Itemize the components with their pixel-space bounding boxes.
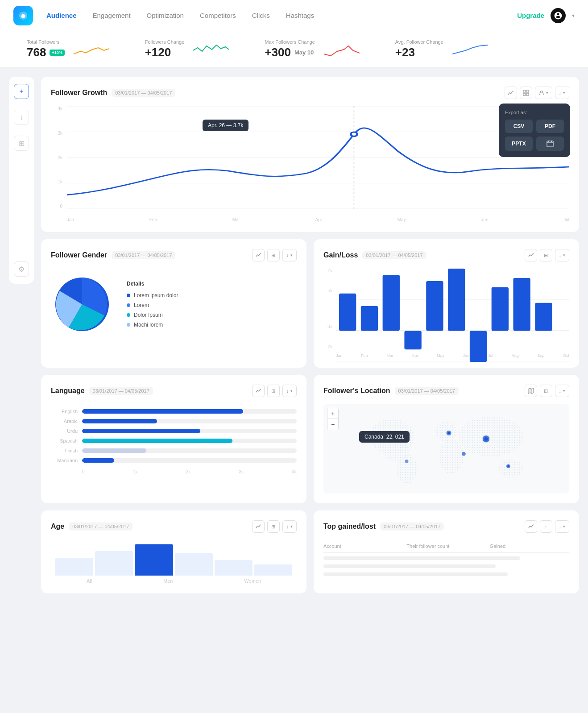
nav-engagement[interactable]: Engagement bbox=[93, 12, 131, 19]
location-table-btn[interactable]: ⊞ bbox=[540, 385, 552, 397]
language-date: 03/01/2017 — 04/05/2017 bbox=[89, 387, 153, 395]
age-header: Age 03/01/2017 — 04/05/2017 ⊞ ↓ ▾ bbox=[51, 520, 297, 533]
lang-label-mandarin: Mandarin bbox=[51, 458, 78, 463]
location-actions: ⊞ ↓ ▾ bbox=[525, 385, 570, 397]
export-pptx-btn[interactable]: PPTX bbox=[505, 137, 533, 151]
row-3: Language 03/01/2017 — 04/05/2017 ⊞ ↓ ▾ E… bbox=[41, 375, 579, 503]
lang-bar-wrap-urdu bbox=[82, 429, 297, 433]
age-label-all: All bbox=[87, 578, 92, 584]
lang-label-finish: Finish bbox=[51, 448, 78, 453]
gainloss-title: Gain/Loss bbox=[323, 251, 358, 259]
stat-value-1: 768 +10% bbox=[27, 46, 65, 59]
lang-bar-wrap-finish bbox=[82, 448, 297, 453]
row-2: Follower Gender 03/01/2017 — 04/05/2017 … bbox=[41, 239, 579, 368]
map-zoom-in-btn[interactable]: + bbox=[327, 408, 338, 419]
upgrade-button[interactable]: Upgrade bbox=[517, 12, 544, 19]
nav-audience[interactable]: Audience bbox=[46, 12, 77, 19]
gainloss-x-aug: Aug bbox=[512, 353, 519, 358]
age-chart-btn[interactable] bbox=[252, 520, 265, 533]
x-label-feb: Feb bbox=[149, 217, 157, 222]
location-map-btn[interactable] bbox=[525, 385, 537, 397]
x-label-may: May bbox=[398, 217, 406, 222]
lang-label-arabic: Arabic bbox=[51, 419, 78, 424]
age-table-btn[interactable]: ⊞ bbox=[267, 520, 280, 533]
placeholder-row-1 bbox=[323, 556, 520, 560]
gainloss-header: Gain/Loss 03/01/2017 — 04/05/2017 ⊞ ↓ ▾ bbox=[323, 249, 569, 261]
export-pdf-btn[interactable]: PDF bbox=[536, 120, 564, 133]
svg-rect-5 bbox=[547, 141, 553, 147]
top-sort-btn[interactable]: ↑ bbox=[540, 520, 552, 533]
gainloss-download-btn[interactable]: ↓ ▾ bbox=[555, 249, 570, 261]
lang-row-spanish: Spanish bbox=[51, 438, 297, 444]
growth-chart: 4k 3k 2k 1k 0 bbox=[51, 106, 569, 222]
export-dropdown-btn[interactable]: ↓ ▾ bbox=[555, 87, 570, 99]
language-axis: 0 1k 2k 3k 4k bbox=[51, 468, 297, 474]
gainloss-table-btn[interactable]: ⊞ bbox=[540, 249, 552, 261]
export-calendar-btn[interactable] bbox=[536, 137, 564, 151]
person-filter-btn[interactable]: ▾ bbox=[535, 87, 552, 99]
sidebar-settings-icon[interactable]: ⚙ bbox=[14, 261, 29, 277]
nav-optimization[interactable]: Optimization bbox=[147, 12, 184, 19]
stat-value-3: +300 May 10 bbox=[265, 46, 315, 59]
gender-chart-btn[interactable] bbox=[252, 249, 265, 261]
location-download-btn[interactable]: ↓ ▾ bbox=[555, 385, 570, 397]
gender-download-btn[interactable]: ↓ ▾ bbox=[282, 249, 297, 261]
row-4: Age 03/01/2017 — 04/05/2017 ⊞ ↓ ▾ bbox=[41, 510, 579, 593]
follower-growth-actions: ▾ ↓ ▾ bbox=[505, 87, 570, 99]
chart-view-btn[interactable] bbox=[505, 87, 517, 99]
chart-tooltip: Apr. 26 — 3.7k bbox=[203, 120, 248, 131]
legend-item-3: Machi lorem bbox=[127, 322, 178, 328]
age-label-women: Women bbox=[244, 578, 261, 584]
world-map-area: + − Canada: 22, 021 bbox=[323, 404, 569, 493]
sidebar-plus-icon[interactable]: + bbox=[14, 84, 29, 99]
lang-bar-wrap-spanish bbox=[82, 439, 297, 443]
table-view-btn[interactable] bbox=[520, 87, 532, 99]
chevron-down-icon[interactable]: ▾ bbox=[572, 12, 575, 19]
lang-table-btn[interactable]: ⊞ bbox=[267, 385, 280, 397]
svg-rect-23 bbox=[383, 275, 400, 331]
lang-axis-0: 0 bbox=[82, 469, 85, 474]
svg-point-49 bbox=[405, 460, 409, 463]
gainloss-x-jul: Jul bbox=[488, 353, 493, 358]
top-download-btn[interactable]: ↓ ▾ bbox=[555, 520, 570, 533]
svg-rect-2 bbox=[523, 93, 526, 95]
sidebar-calendar-icon[interactable]: ⊞ bbox=[14, 136, 29, 151]
svg-rect-28 bbox=[492, 287, 509, 331]
svg-point-36 bbox=[396, 454, 418, 484]
svg-point-38 bbox=[439, 439, 464, 474]
logo[interactable] bbox=[13, 6, 33, 25]
top-gained-date: 03/01/2017 — 04/05/2017 bbox=[380, 522, 444, 531]
map-zoom-out-btn[interactable]: − bbox=[327, 419, 338, 430]
legend-title: Details bbox=[127, 281, 178, 287]
lang-download-btn[interactable]: ↓ ▾ bbox=[282, 385, 297, 397]
lang-label-urdu: Urdu bbox=[51, 428, 78, 434]
lang-axis-2k: 2k bbox=[186, 469, 191, 474]
svg-rect-21 bbox=[339, 294, 356, 331]
sidebar-download-icon[interactable]: ↓ bbox=[14, 110, 29, 125]
legend-item-1: Lorem bbox=[127, 302, 178, 308]
stat-value-2: +120 bbox=[145, 46, 185, 59]
lang-chart-btn[interactable] bbox=[252, 385, 265, 397]
lang-bar-mandarin bbox=[82, 458, 114, 463]
col-follower-count: Their follower count bbox=[406, 543, 486, 549]
stat-label-3: Max Followers Change bbox=[265, 39, 315, 45]
stat-label-1: Total Followers bbox=[27, 39, 65, 45]
legend-dot-3 bbox=[127, 323, 130, 327]
gender-table-btn[interactable]: ⊞ bbox=[267, 249, 280, 261]
placeholder-row-2 bbox=[323, 564, 496, 568]
gainloss-x-sep: Sep bbox=[537, 353, 544, 358]
stat-followers-change: Followers Change +120 bbox=[145, 39, 229, 59]
top-chart-btn[interactable] bbox=[525, 520, 537, 533]
lang-bar-spanish bbox=[82, 439, 232, 443]
age-download-btn[interactable]: ↓ ▾ bbox=[282, 520, 297, 533]
gainloss-chart-btn[interactable] bbox=[525, 249, 537, 261]
top-gained-title: Top gained/lost bbox=[323, 522, 376, 531]
export-csv-btn[interactable]: CSV bbox=[505, 120, 533, 133]
location-title: Follower's Location bbox=[323, 387, 390, 395]
nav-competitors[interactable]: Competitors bbox=[200, 12, 236, 19]
avatar[interactable] bbox=[551, 8, 566, 23]
nav-hashtags[interactable]: Hashtags bbox=[286, 12, 314, 19]
lang-row-arabic: Arabic bbox=[51, 419, 297, 424]
gender-date: 03/01/2017 — 04/05/2017 bbox=[112, 251, 175, 259]
nav-clicks[interactable]: Clicks bbox=[252, 12, 270, 19]
